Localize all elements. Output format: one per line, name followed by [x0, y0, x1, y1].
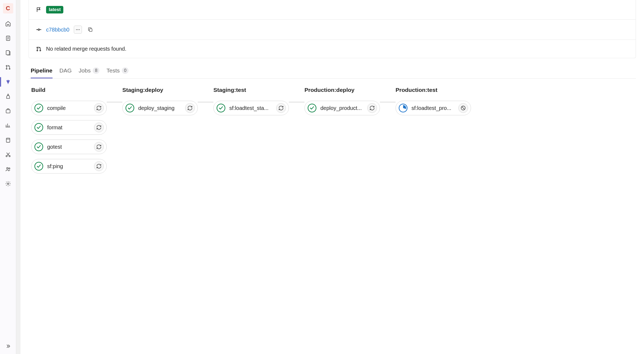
- svg-point-18: [37, 50, 38, 51]
- snippets-icon: [5, 152, 11, 158]
- svg-point-3: [6, 68, 7, 70]
- retry-job-button[interactable]: [94, 161, 104, 171]
- members-icon: [5, 166, 11, 172]
- svg-rect-6: [6, 138, 10, 143]
- retry-job-button[interactable]: [367, 103, 377, 113]
- sidebar-item-settings[interactable]: [2, 177, 15, 190]
- cancel-job-button[interactable]: [458, 103, 468, 113]
- commit-row: c78bbcb0: [29, 19, 636, 40]
- scroll-gutter: [16, 0, 20, 354]
- main-content: latest c78bbcb0 No related merge request…: [20, 0, 644, 354]
- passed-status-icon: [216, 103, 226, 113]
- stage-title: Staging:deploy: [122, 87, 198, 93]
- job-pill[interactable]: deploy_staging: [122, 101, 198, 115]
- job-name: sf:loadtest_pro...: [411, 105, 455, 111]
- job-pill[interactable]: sf:loadtest_pro...: [396, 101, 471, 115]
- tab-jobs[interactable]: Jobs 8: [79, 64, 99, 78]
- sidebar-item-members[interactable]: [2, 163, 15, 176]
- wiki-icon: [5, 137, 11, 143]
- job-pill[interactable]: sf:ping: [31, 159, 107, 173]
- copy-sha-button[interactable]: [86, 26, 94, 34]
- svg-point-14: [77, 29, 78, 30]
- copy-icon: [88, 27, 93, 32]
- passed-status-icon: [125, 103, 134, 113]
- pipeline-info-card: latest c78bbcb0 No related merge request…: [29, 0, 636, 58]
- retry-job-button[interactable]: [94, 142, 104, 152]
- stage-connector: [380, 102, 396, 102]
- mr-row: No related merge requests found.: [29, 40, 636, 58]
- passed-status-icon: [307, 103, 317, 113]
- job-pill[interactable]: format: [31, 120, 107, 135]
- latest-row: latest: [29, 0, 636, 19]
- sidebar-item-code[interactable]: [2, 46, 15, 59]
- sidebar-item-snippets[interactable]: [2, 148, 15, 161]
- merge-request-icon: [36, 46, 42, 52]
- retry-job-button[interactable]: [94, 123, 104, 132]
- job-name: deploy_product...: [320, 105, 363, 111]
- tab-tests-label: Tests: [106, 67, 120, 74]
- sidebar-item-plan[interactable]: [2, 32, 15, 45]
- settings-icon: [5, 181, 11, 187]
- sidebar-expand[interactable]: [2, 341, 15, 354]
- pipeline-stage: Buildcompileformatgotestsf:ping: [31, 87, 107, 173]
- sidebar-item-packages[interactable]: [2, 105, 15, 117]
- project-avatar[interactable]: C: [3, 3, 13, 13]
- retry-job-button[interactable]: [185, 103, 195, 113]
- svg-point-7: [6, 155, 7, 157]
- pipeline-stage: Production:testsf:loadtest_pro...: [396, 87, 471, 115]
- tab-pipeline[interactable]: Pipeline: [31, 64, 53, 78]
- tab-jobs-label: Jobs: [79, 67, 91, 74]
- stage-connector: [198, 102, 213, 102]
- project-sidebar: C: [0, 0, 16, 354]
- packages-icon: [5, 108, 11, 114]
- commit-icon: [36, 27, 42, 33]
- retry-job-button[interactable]: [94, 103, 104, 113]
- job-pill[interactable]: deploy_product...: [304, 101, 380, 115]
- job-name: deploy_staging: [138, 105, 181, 111]
- tab-jobs-count: 8: [93, 67, 99, 74]
- svg-point-10: [9, 168, 10, 169]
- svg-point-2: [6, 65, 7, 67]
- job-name: format: [47, 124, 90, 131]
- job-name: sf:loadtest_sta...: [229, 105, 272, 111]
- svg-point-4: [9, 68, 10, 70]
- latest-badge: latest: [46, 6, 63, 13]
- job-pill[interactable]: gotest: [31, 140, 107, 154]
- stage-jobs: deploy_staging: [122, 101, 198, 115]
- tab-tests-count: 0: [122, 67, 129, 74]
- svg-rect-1: [6, 51, 9, 55]
- flag-icon: [36, 7, 42, 13]
- pipeline-stage: Staging:deploydeploy_staging: [122, 87, 198, 115]
- sidebar-item-home[interactable]: [2, 17, 15, 30]
- commit-sha-link[interactable]: c78bbcb0: [46, 27, 70, 33]
- stage-jobs: deploy_product...: [304, 101, 380, 115]
- svg-point-15: [79, 29, 80, 30]
- pipeline-tabs: Pipeline DAG Jobs 8 Tests 0: [29, 64, 636, 79]
- job-pill[interactable]: compile: [31, 101, 107, 115]
- stage-title: Build: [31, 87, 107, 93]
- retry-job-button[interactable]: [276, 103, 286, 113]
- sidebar-item-monitor[interactable]: [2, 119, 15, 132]
- svg-point-9: [6, 168, 8, 169]
- commit-expand-button[interactable]: [74, 26, 82, 34]
- tab-tests[interactable]: Tests 0: [106, 64, 129, 78]
- svg-point-12: [38, 29, 40, 30]
- pipeline-stage: Staging:testsf:loadtest_sta...: [213, 87, 289, 115]
- stage-jobs: sf:loadtest_pro...: [396, 101, 471, 115]
- passed-status-icon: [34, 162, 43, 171]
- sidebar-item-deploy[interactable]: [2, 90, 15, 103]
- sidebar-item-merge[interactable]: [2, 61, 15, 74]
- tab-dag-label: DAG: [60, 67, 72, 74]
- sidebar-item-wiki[interactable]: [2, 134, 15, 147]
- svg-point-13: [76, 29, 77, 30]
- job-pill[interactable]: sf:loadtest_sta...: [213, 101, 289, 115]
- stage-connector: [289, 102, 304, 102]
- tab-dag[interactable]: DAG: [60, 64, 72, 78]
- sidebar-item-cicd[interactable]: [2, 75, 15, 88]
- pipeline-stage: Production:deploydeploy_product...: [304, 87, 380, 115]
- project-avatar-letter: C: [6, 5, 10, 12]
- stage-title: Production:test: [396, 87, 471, 93]
- stage-jobs: sf:loadtest_sta...: [213, 101, 289, 115]
- svg-rect-5: [6, 110, 10, 113]
- cicd-icon: [5, 79, 11, 85]
